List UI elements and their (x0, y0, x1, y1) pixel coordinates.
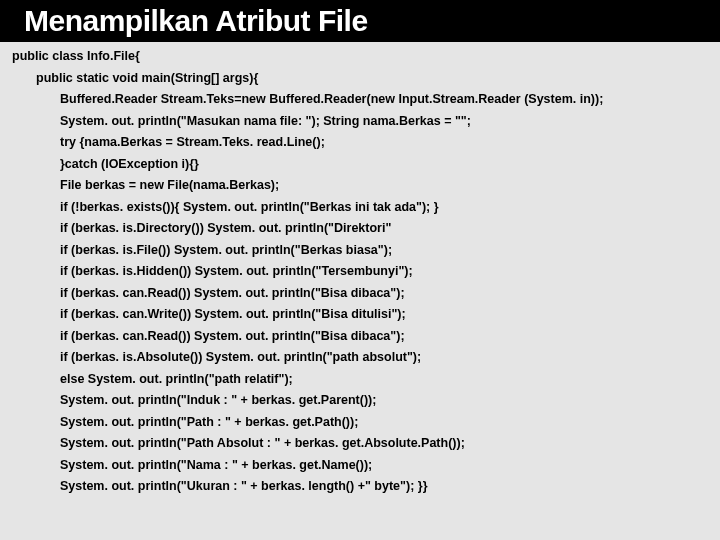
code-line: if (berkas. can.Read()) System. out. pri… (12, 283, 720, 305)
code-line: if (berkas. is.Hidden()) System. out. pr… (12, 261, 720, 283)
code-line: else System. out. println("path relatif"… (12, 369, 720, 391)
code-line: File berkas = new File(nama.Berkas); (12, 175, 720, 197)
title-bar: Menampilkan Atribut File (0, 0, 720, 42)
code-line: public class Info.File{ (12, 46, 720, 68)
code-line: if (berkas. is.Absolute()) System. out. … (12, 347, 720, 369)
code-line: if (berkas. is.Directory()) System. out.… (12, 218, 720, 240)
code-line: System. out. println("Path Absolut : " +… (12, 433, 720, 455)
code-line: }catch (IOException i){} (12, 154, 720, 176)
code-line: if (berkas. is.File()) System. out. prin… (12, 240, 720, 262)
code-line: System. out. println("Ukuran : " + berka… (12, 476, 720, 498)
code-line: public static void main(String[] args){ (12, 68, 720, 90)
slide-title: Menampilkan Atribut File (24, 4, 720, 38)
code-line: try {nama.Berkas = Stream.Teks. read.Lin… (12, 132, 720, 154)
code-line: System. out. println("Induk : " + berkas… (12, 390, 720, 412)
code-line: if (berkas. can.Write()) System. out. pr… (12, 304, 720, 326)
code-line: if (berkas. can.Read()) System. out. pri… (12, 326, 720, 348)
code-line: Buffered.Reader Stream.Teks=new Buffered… (12, 89, 720, 111)
code-block: public class Info.File{ public static vo… (0, 42, 720, 498)
code-line: System. out. println("Path : " + berkas.… (12, 412, 720, 434)
code-line: if (!berkas. exists()){ System. out. pri… (12, 197, 720, 219)
code-line: System. out. println("Nama : " + berkas.… (12, 455, 720, 477)
code-line: System. out. println("Masukan nama file:… (12, 111, 720, 133)
